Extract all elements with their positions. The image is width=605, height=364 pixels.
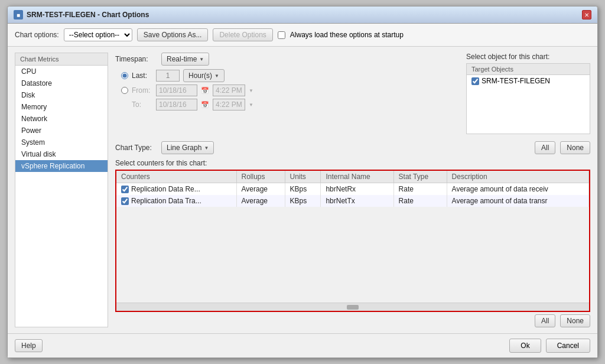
scroll-thumb	[347, 305, 359, 310]
sidebar-item-system[interactable]: System	[15, 136, 108, 148]
rollups-cell: Average	[236, 195, 285, 207]
table-scroll-area: Counters Rollups Units Internal Name Sta…	[116, 171, 589, 303]
counters-label: Select counters for this chart:	[115, 159, 590, 167]
last-unit-value: Hour(s)	[188, 72, 212, 80]
counter-cell: Replication Data Re...	[116, 183, 236, 196]
chart-type-all-button[interactable]: All	[535, 141, 555, 154]
timespan-area: Timespan: Real-time ▼ Last: 1 Hour(s	[115, 53, 459, 134]
target-box: Target Objects SRM-TEST-FILEGEN	[466, 63, 590, 134]
chart-type-arrow-icon: ▼	[204, 145, 209, 151]
col-header-description: Description	[447, 171, 588, 183]
horizontal-scrollbar[interactable]	[116, 303, 589, 311]
units-cell: KBps	[285, 183, 321, 196]
chart-options-dropdown[interactable]: --Select option--	[64, 29, 132, 41]
delete-options-button[interactable]: Delete Options	[213, 28, 272, 41]
chart-options-label: Chart options:	[15, 31, 59, 39]
counter-cell: Replication Data Tra...	[116, 195, 236, 207]
chart-type-value: Line Graph	[167, 144, 201, 152]
target-checkbox[interactable]	[471, 77, 479, 85]
target-section: Select object for this chart: Target Obj…	[466, 53, 590, 134]
target-objects-header: Target Objects	[467, 64, 590, 75]
chart-type-dropdown[interactable]: Line Graph ▼	[161, 141, 214, 154]
cancel-button[interactable]: Cancel	[546, 339, 590, 353]
sidebar-item-cpu[interactable]: CPU	[15, 66, 108, 77]
footer-right: Ok Cancel	[509, 339, 590, 353]
all-none-row: All None	[115, 314, 590, 327]
always-load-checkbox[interactable]	[278, 31, 285, 39]
title-bar: ■ SRM-TEST-FILEGEN - Chart Options ✕	[8, 6, 597, 24]
table-row: Replication Data Re... Average KBps hbrN…	[116, 183, 589, 196]
sidebar-header: Chart Metrics	[15, 53, 108, 66]
target-item: SRM-TEST-FILEGEN	[467, 75, 590, 87]
table-row: Replication Data Tra... Average KBps hbr…	[116, 195, 589, 207]
counters-all-button[interactable]: All	[535, 314, 555, 327]
from-date-input[interactable]: 10/18/16	[156, 84, 197, 96]
col-header-rollups: Rollups	[236, 171, 285, 183]
sidebar-item-network[interactable]: Network	[15, 113, 108, 125]
internal-name-cell: hbrNetRx	[321, 183, 393, 196]
last-unit-dropdown[interactable]: Hour(s) ▼	[183, 69, 225, 82]
sidebar-item-power[interactable]: Power	[15, 125, 108, 136]
last-row: Last: 1 Hour(s) ▼	[121, 69, 459, 82]
to-date-input[interactable]: 10/18/16	[156, 99, 197, 110]
footer: Help Ok Cancel	[8, 333, 597, 358]
always-load-label: Always load these options at startup	[290, 31, 404, 39]
chart-type-row: Chart Type: Line Graph ▼ All None	[115, 141, 590, 154]
col-header-stat-type: Stat Type	[393, 171, 447, 183]
right-panel: Timespan: Real-time ▼ Last: 1 Hour(s	[115, 53, 590, 327]
sidebar-item-datastore[interactable]: Datastore	[15, 77, 108, 89]
stat-type-cell: Rate	[393, 195, 447, 207]
counters-table-wrapper: Counters Rollups Units Internal Name Sta…	[115, 170, 590, 312]
save-options-button[interactable]: Save Options As...	[137, 28, 209, 41]
to-label: To:	[132, 100, 152, 109]
timespan-label: Timespan:	[115, 55, 157, 63]
time-options: Last: 1 Hour(s) ▼ From: 10/18/16 📅	[121, 69, 459, 110]
from-time-arrow-icon: ▼	[249, 88, 253, 93]
to-calendar-icon: 📅	[201, 101, 209, 109]
to-time-input[interactable]: 4:22 PM	[213, 99, 245, 110]
from-row: From: 10/18/16 📅 4:22 PM ▼	[121, 84, 459, 96]
description-cell: Average amount of data transr	[447, 195, 588, 207]
counters-section: Select counters for this chart: Counters…	[115, 159, 590, 327]
target-header-label: Select object for this chart:	[466, 53, 590, 61]
chart-type-label: Chart Type:	[115, 144, 157, 152]
top-area: Timespan: Real-time ▼ Last: 1 Hour(s	[115, 53, 590, 134]
rollups-cell: Average	[236, 183, 285, 196]
counter-checkbox[interactable]	[121, 197, 129, 205]
dialog: ■ SRM-TEST-FILEGEN - Chart Options ✕ Cha…	[7, 6, 598, 358]
stat-type-cell: Rate	[393, 183, 447, 196]
app-icon: ■	[14, 10, 23, 20]
to-row: To: 10/18/16 📅 4:22 PM ▼	[121, 99, 459, 110]
from-radio[interactable]	[121, 87, 128, 94]
last-label: Last:	[132, 72, 152, 80]
sidebar-item-vsphere-replication[interactable]: vSphere Replication	[15, 160, 108, 172]
target-item-label: SRM-TEST-FILEGEN	[482, 77, 550, 85]
sidebar-item-memory[interactable]: Memory	[15, 101, 108, 113]
from-time-input[interactable]: 4:22 PM	[213, 84, 245, 96]
timespan-dropdown[interactable]: Real-time ▼	[161, 53, 209, 66]
toolbar: Chart options: --Select option-- Save Op…	[8, 24, 597, 47]
ok-button[interactable]: Ok	[509, 339, 541, 353]
from-label: From:	[132, 86, 152, 95]
last-unit-arrow-icon: ▼	[214, 73, 219, 79]
counter-checkbox[interactable]	[121, 186, 129, 193]
timespan-value: Real-time	[167, 55, 197, 63]
col-header-internal-name: Internal Name	[321, 171, 393, 183]
sidebar-item-virtual-disk[interactable]: Virtual disk	[15, 148, 108, 160]
close-button[interactable]: ✕	[582, 10, 591, 20]
chart-options-select[interactable]: --Select option--	[64, 28, 132, 41]
timespan-arrow-icon: ▼	[199, 57, 204, 62]
counter-label: Replication Data Re...	[131, 185, 200, 193]
to-time-arrow-icon: ▼	[249, 102, 253, 108]
last-value-spinbox[interactable]: 1	[156, 70, 180, 82]
chart-metrics-sidebar: Chart Metrics CPU Datastore Disk Memory …	[15, 53, 108, 327]
sidebar-item-disk[interactable]: Disk	[15, 89, 108, 101]
counters-table: Counters Rollups Units Internal Name Sta…	[116, 171, 589, 207]
internal-name-cell: hbrNetTx	[321, 195, 393, 207]
counter-label: Replication Data Tra...	[131, 197, 201, 205]
calendar-icon: 📅	[201, 87, 209, 95]
help-button[interactable]: Help	[15, 339, 43, 352]
last-radio[interactable]	[121, 72, 128, 79]
chart-type-none-button[interactable]: None	[560, 141, 590, 154]
counters-none-button[interactable]: None	[560, 314, 590, 327]
